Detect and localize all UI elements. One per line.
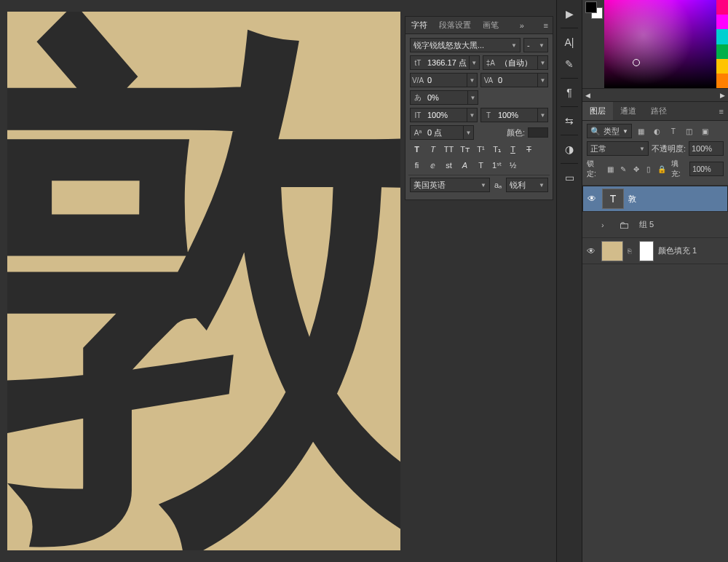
filter-type-icon[interactable]: T bbox=[667, 124, 680, 138]
lock-position-icon[interactable]: ✎ bbox=[618, 164, 629, 175]
lock-all-icon[interactable]: 🔒 bbox=[656, 164, 667, 175]
filter-shape-icon[interactable]: ◫ bbox=[683, 124, 696, 138]
layers-panel-icon[interactable]: ▭ bbox=[559, 168, 579, 187]
horizontal-scale-field[interactable]: T 100% ▼ bbox=[480, 108, 548, 122]
panel-collapse-icon[interactable]: » bbox=[520, 21, 524, 30]
tab-layers[interactable]: 图层 bbox=[582, 102, 613, 120]
folder-icon[interactable]: 🗀 bbox=[613, 215, 635, 235]
adjustments-panel-icon[interactable]: ⇆ bbox=[559, 111, 579, 130]
visibility-toggle-icon[interactable]: 👁 bbox=[585, 246, 597, 256]
chevron-down-icon[interactable]: ▼ bbox=[467, 108, 477, 122]
lock-artboard-icon[interactable]: ▯ bbox=[644, 164, 654, 175]
chevron-down-icon[interactable]: ▼ bbox=[463, 126, 473, 139]
panel-menu-icon[interactable]: ≡ bbox=[544, 21, 548, 30]
faux-italic-button[interactable]: T bbox=[426, 143, 440, 156]
tab-paragraph[interactable]: 段落设置 bbox=[438, 17, 472, 33]
small-caps-button[interactable]: Tᴛ bbox=[458, 143, 472, 156]
layer-row[interactable]: 👁 T 敦 bbox=[582, 186, 728, 212]
layer-list[interactable]: 👁 T 敦 › 🗀 组 5 👁 ⎘ 颜色填充 1 bbox=[582, 186, 728, 562]
subscript-button[interactable]: T₁ bbox=[490, 143, 504, 156]
slider-arrow-icon[interactable]: ◀ bbox=[585, 92, 590, 99]
antialias-select[interactable]: 锐利 ▼ bbox=[506, 178, 548, 192]
canvas-text[interactable]: 敦 bbox=[7, 12, 400, 550]
layer-name[interactable]: 组 5 bbox=[639, 219, 654, 230]
baseline-shift-field[interactable]: Aª 0 点 ▼ bbox=[410, 125, 474, 140]
tsume-field[interactable]: あ 0% ▼ bbox=[410, 90, 478, 105]
ligatures-button[interactable]: fi bbox=[410, 159, 424, 172]
tab-channels[interactable]: 通道 bbox=[613, 102, 644, 120]
vertical-scale-field[interactable]: IT 100% ▼ bbox=[410, 108, 478, 122]
lock-move-icon[interactable]: ✥ bbox=[630, 164, 641, 175]
chevron-down-icon[interactable]: ▼ bbox=[537, 108, 547, 122]
faux-bold-button[interactable]: T bbox=[410, 143, 424, 156]
panel-menu-icon[interactable]: ≡ bbox=[715, 107, 728, 116]
filter-adjustment-icon[interactable]: ◐ bbox=[651, 124, 664, 138]
filter-smart-icon[interactable]: ▣ bbox=[699, 124, 712, 138]
hue-swatch-strip[interactable] bbox=[716, 0, 728, 88]
opacity-field[interactable]: 100% bbox=[689, 141, 724, 156]
chevron-down-icon[interactable]: ▼ bbox=[467, 91, 478, 104]
language-select[interactable]: 美国英语 ▼ bbox=[410, 178, 490, 192]
tab-brush[interactable]: 画笔 bbox=[481, 17, 500, 33]
color-selector-ring[interactable] bbox=[633, 59, 640, 66]
chevron-down-icon[interactable]: ▼ bbox=[467, 74, 477, 87]
superscript-button[interactable]: T¹ bbox=[474, 143, 488, 156]
font-size-field[interactable]: tT 1366.17 点 ▼ bbox=[410, 55, 480, 70]
text-color-swatch[interactable] bbox=[528, 127, 548, 138]
foreground-color-swatch[interactable] bbox=[585, 1, 597, 13]
layer-name[interactable]: 颜色填充 1 bbox=[658, 245, 697, 256]
font-family-select[interactable]: 锐字锐线怒放大黑... ▼ bbox=[410, 38, 521, 52]
blend-mode-select[interactable]: 正常 ▼ bbox=[587, 141, 649, 156]
right-panel-dock: ◀ ▶ 图层 通道 路径 ≡ 🔍 类型 ▼ ▦ ◐ T ◫ ▣ 正常 ▼ bbox=[582, 0, 728, 562]
play-icon[interactable]: ▶ bbox=[559, 4, 579, 23]
tsume-value: 0% bbox=[425, 93, 467, 102]
strikethrough-button[interactable]: T bbox=[522, 143, 536, 156]
baseline-shift-value: 0 点 bbox=[425, 127, 463, 138]
color-spectrum[interactable] bbox=[604, 0, 716, 88]
styles-panel-icon[interactable]: ◑ bbox=[559, 140, 579, 159]
opacity-label: 不透明度: bbox=[652, 143, 686, 154]
fill-field[interactable]: 100% bbox=[689, 162, 724, 176]
underline-button[interactable]: T bbox=[506, 143, 520, 156]
visibility-toggle-icon[interactable]: 👁 bbox=[586, 194, 598, 204]
character-panel-icon[interactable]: A| bbox=[559, 33, 579, 52]
kerning-field[interactable]: V/A 0 ▼ bbox=[410, 73, 478, 87]
fractions-button[interactable]: ½ bbox=[506, 159, 520, 172]
tab-paths[interactable]: 路径 bbox=[644, 102, 674, 120]
leading-value: （自动） bbox=[498, 58, 537, 68]
tab-character[interactable]: 字符 bbox=[410, 17, 429, 33]
layer-mask-thumbnail[interactable] bbox=[639, 241, 654, 261]
brush-panel-icon[interactable]: ✎ bbox=[559, 55, 579, 74]
font-style-select[interactable]: - ▼ bbox=[523, 38, 548, 52]
swash-button[interactable]: A bbox=[458, 159, 472, 172]
canvas-area[interactable]: 敦 bbox=[0, 0, 408, 562]
chevron-down-icon[interactable]: ▼ bbox=[469, 56, 479, 69]
all-caps-button[interactable]: TT bbox=[442, 143, 456, 156]
leading-field[interactable]: ‡A （自动） ▼ bbox=[483, 55, 548, 70]
chevron-down-icon[interactable]: ▼ bbox=[537, 74, 547, 87]
layer-thumbnail[interactable] bbox=[601, 241, 623, 261]
opentype-buttons: fi ⅇ st A T 1ˢᵗ ½ bbox=[410, 159, 548, 172]
slider-arrow-icon[interactable]: ▶ bbox=[720, 92, 725, 99]
foreground-background-swatch[interactable] bbox=[582, 0, 604, 88]
stylistic-button[interactable]: st bbox=[442, 159, 456, 172]
vertical-scale-value: 100% bbox=[425, 111, 467, 119]
filter-image-icon[interactable]: ▦ bbox=[635, 124, 648, 138]
chevron-down-icon: ▼ bbox=[639, 146, 645, 152]
titling-button[interactable]: T bbox=[474, 159, 488, 172]
paragraph-panel-icon[interactable]: ¶ bbox=[559, 83, 579, 102]
layer-row[interactable]: 👁 ⎘ 颜色填充 1 bbox=[582, 238, 728, 264]
chevron-down-icon[interactable]: ▼ bbox=[537, 56, 547, 69]
lock-pixels-icon[interactable]: ▦ bbox=[605, 164, 616, 175]
character-panel: 字符 段落设置 画笔 » ≡ 锐字锐线怒放大黑... ▼ - ▼ tT 1366… bbox=[405, 16, 553, 200]
tracking-field[interactable]: VA 0 ▼ bbox=[480, 73, 548, 87]
layer-filter-select[interactable]: 🔍 类型 ▼ bbox=[587, 124, 632, 138]
chevron-right-icon[interactable]: › bbox=[601, 221, 609, 229]
ordinals-button[interactable]: 1ˢᵗ bbox=[490, 159, 504, 172]
contextual-alt-button[interactable]: ⅇ bbox=[426, 159, 440, 172]
layer-thumbnail[interactable]: T bbox=[602, 189, 624, 209]
vertical-scale-icon: IT bbox=[411, 111, 425, 119]
layer-row[interactable]: › 🗀 组 5 bbox=[582, 212, 728, 238]
layer-name[interactable]: 敦 bbox=[628, 194, 636, 205]
artboard[interactable]: 敦 bbox=[7, 12, 400, 550]
